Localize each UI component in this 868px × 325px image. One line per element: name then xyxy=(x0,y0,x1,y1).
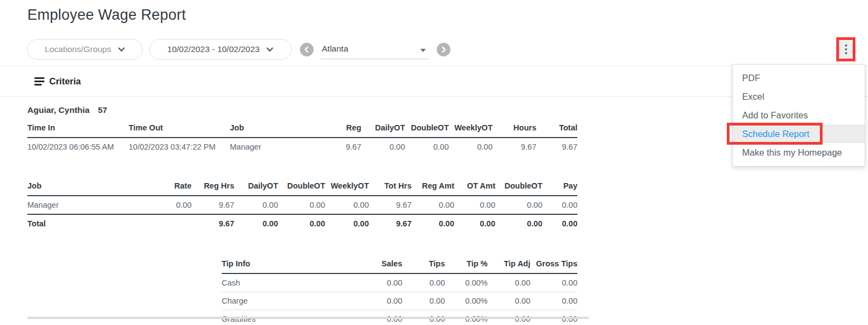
column-header: Time Out xyxy=(129,119,230,138)
more-options-button[interactable] xyxy=(839,41,853,59)
chevron-right-icon xyxy=(440,46,447,53)
column-header: Time In xyxy=(27,119,129,138)
column-header: Job xyxy=(230,119,328,138)
table-row: Manager0.009.670.000.000.009.670.000.000… xyxy=(27,196,577,214)
total-cell: 0.00 xyxy=(234,214,278,232)
total-cell: 0.00 xyxy=(495,214,542,232)
column-header: Pay xyxy=(542,178,577,196)
table-cell: 0.00 xyxy=(495,196,542,214)
total-cell: 0.00 xyxy=(412,214,454,232)
menu-item-make-homepage[interactable]: Make this my Homepage xyxy=(733,143,865,162)
locations-groups-label: Locations/Groups xyxy=(45,44,112,54)
table-cell: 0.00 xyxy=(402,292,445,310)
table-cell: 0.00 xyxy=(454,196,495,214)
column-header: DoubleOT xyxy=(278,178,325,196)
column-header: Tips xyxy=(402,255,445,273)
table-cell: 0.00 xyxy=(530,273,577,292)
section-divider xyxy=(27,317,589,319)
table-cell: 9.67 xyxy=(536,138,577,156)
total-cell: 0.00 xyxy=(454,214,495,232)
table-row: 10/02/2023 06:06:55 AM10/02/2023 03:47:2… xyxy=(27,138,577,156)
column-header: Reg Hrs xyxy=(192,178,234,196)
chevron-down-icon xyxy=(266,45,274,53)
date-range-dropdown[interactable]: 10/02/2023 - 10/02/2023 xyxy=(149,39,292,60)
table-cell: 0.00 xyxy=(542,196,577,214)
column-header: DailyOT xyxy=(234,178,278,196)
chevron-down-icon xyxy=(118,45,125,53)
table-cell: 0.00 xyxy=(449,138,493,156)
table-cell: Manager xyxy=(27,196,153,214)
page-title: Employee Wage Report xyxy=(27,7,868,24)
table-cell: 0.00 xyxy=(358,273,402,292)
column-header: WeeklyOT xyxy=(449,119,493,138)
total-cell: 0.00 xyxy=(325,214,369,232)
filter-icon xyxy=(34,77,44,85)
column-header: WeeklyOT xyxy=(325,178,369,196)
column-header: OT Amt xyxy=(454,178,495,196)
column-header: DailyOT xyxy=(361,119,405,138)
locations-groups-dropdown[interactable]: Locations/Groups xyxy=(27,39,143,60)
filter-bar: Locations/Groups 10/02/2023 - 10/02/2023… xyxy=(27,39,450,60)
column-header: Tip % xyxy=(445,255,488,273)
table-cell: 0.00% xyxy=(445,292,488,310)
menu-item-schedule-report-label: Schedule Report xyxy=(742,129,809,139)
column-header: Tip Adj xyxy=(488,255,530,273)
date-range-label: 10/02/2023 - 10/02/2023 xyxy=(167,44,260,54)
table-cell: 0.00 xyxy=(278,196,325,214)
column-header: Sales xyxy=(358,255,402,273)
table-cell: 0.00 xyxy=(488,273,530,292)
table-cell: 0.00 xyxy=(405,138,449,156)
total-cell: 9.67 xyxy=(192,214,234,232)
column-header: DoubleOT xyxy=(405,119,449,138)
column-header: Job xyxy=(27,178,153,196)
job-wages-table: JobRateReg HrsDailyOTDoubleOTWeeklyOTTot… xyxy=(27,178,577,232)
header-row: Time InTime OutJobRegDailyOTDoubleOTWeek… xyxy=(27,119,577,138)
table-cell: 0.00 xyxy=(325,196,369,214)
location-select[interactable]: Atlanta xyxy=(321,39,429,59)
chevron-left-icon xyxy=(303,46,310,53)
criteria-label: Criteria xyxy=(49,76,81,87)
menu-item-add-to-favorites[interactable]: Add to Favorites xyxy=(733,106,865,124)
table-cell: Cash xyxy=(222,273,358,292)
tip-info-table: Tip InfoSalesTipsTip %Tip AdjGross TipsC… xyxy=(222,255,577,325)
total-cell: Total xyxy=(27,214,153,232)
total-cell xyxy=(153,214,192,232)
table-cell: 9.67 xyxy=(328,138,361,156)
menu-item-excel[interactable]: Excel xyxy=(733,87,865,106)
table-cell: 9.67 xyxy=(369,196,412,214)
table-cell: 0.00 xyxy=(234,196,278,214)
previous-location-button[interactable] xyxy=(300,43,314,56)
next-location-button[interactable] xyxy=(437,43,450,56)
header-row: Tip InfoSalesTipsTip %Tip AdjGross Tips xyxy=(222,255,577,273)
column-header: Reg Amt xyxy=(412,178,454,196)
column-header: Rate xyxy=(153,178,192,196)
table-cell: 0.00 xyxy=(412,196,454,214)
column-header: DoubleOT xyxy=(495,178,542,196)
column-header: Tot Hrs xyxy=(369,178,412,196)
column-header: Gross Tips xyxy=(530,255,577,273)
menu-item-pdf[interactable]: PDF xyxy=(733,69,865,87)
more-options-menu: PDF Excel Add to Favorites Schedule Repo… xyxy=(732,64,865,167)
column-header: Tip Info xyxy=(222,255,358,273)
table-row: Cash0.000.000.00%0.000.00 xyxy=(222,273,577,292)
table-cell: 0.00 xyxy=(358,292,402,310)
total-cell: 9.67 xyxy=(369,214,412,232)
menu-item-schedule-report[interactable]: Schedule Report xyxy=(733,124,865,143)
employee-name: Aguiar, Cynthia xyxy=(27,105,90,115)
total-cell: 0.00 xyxy=(278,214,325,232)
kebab-menu-icon xyxy=(845,44,847,54)
table-cell: Charge xyxy=(222,292,358,310)
header-row: JobRateReg HrsDailyOTDoubleOTWeeklyOTTot… xyxy=(27,178,577,196)
table-cell: 0.00 xyxy=(530,292,577,310)
column-header: Reg xyxy=(328,119,361,138)
table-cell: Manager xyxy=(230,138,328,156)
caret-down-icon xyxy=(420,49,426,52)
report-body: Aguiar, Cynthia57 Time InTime OutJobRegD… xyxy=(27,105,577,325)
table-cell: 0.00 xyxy=(153,196,192,214)
table-cell: 0.00 xyxy=(402,273,445,292)
table-cell: 9.67 xyxy=(493,138,536,156)
table-cell: 10/02/2023 06:06:55 AM xyxy=(27,138,129,156)
column-header: Hours xyxy=(493,119,536,138)
table-cell: 10/02/2023 03:47:22 PM xyxy=(129,138,230,156)
annotation-box-kebab xyxy=(836,37,855,61)
